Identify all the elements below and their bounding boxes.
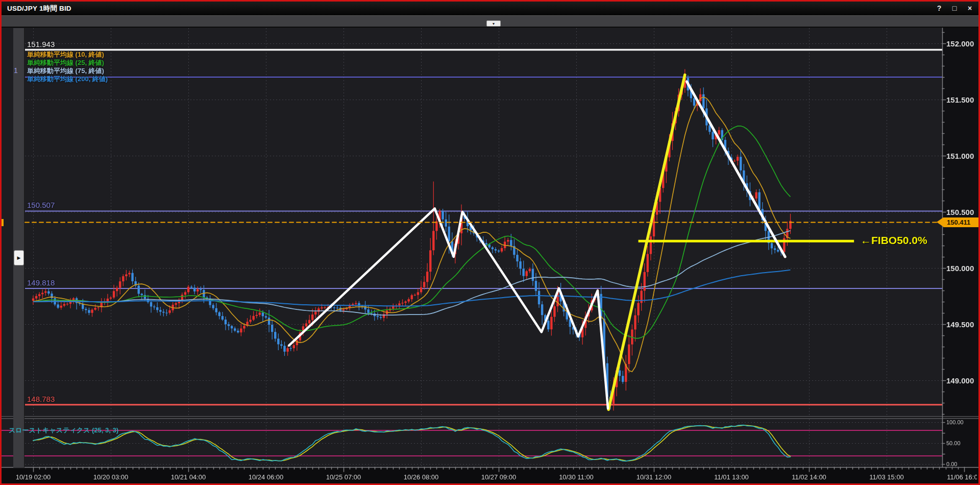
left-panel-strip <box>13 28 24 468</box>
window-title: USD/JPY 1時間 BID <box>7 4 71 13</box>
y-axis-label: 149.500 <box>946 320 974 329</box>
hline-label-150507: 150.507 <box>27 201 55 209</box>
toolbar: ▼ <box>2 15 978 27</box>
y-axis-label: 151.000 <box>946 152 974 160</box>
hline-label-151943: 151.943 <box>27 40 55 48</box>
hline-label-149818: 149.818 <box>27 278 55 287</box>
price-chart-canvas[interactable] <box>2 28 980 485</box>
left-price-marker <box>0 219 4 226</box>
toolbar-collapse-button[interactable]: ▼ <box>486 20 501 27</box>
price-axis[interactable] <box>943 28 980 467</box>
y-axis-label: 151.500 <box>946 95 974 104</box>
stochastic-legend[interactable]: スローストキャスティクス (25, 3, 3) <box>9 426 118 435</box>
maximize-icon[interactable]: □ <box>950 2 959 15</box>
y-axis-label: 152.000 <box>946 39 974 48</box>
stoch-axis-label: 100.00 <box>946 419 964 425</box>
fibo-annotation-text[interactable]: ←FIBO50.0% <box>861 234 927 247</box>
window-controls: ? □ × <box>935 2 974 15</box>
chart-region: ▶ 1 単純移動平均線 (10, 終値) 単純移動平均線 (25, 終値) 単純… <box>2 28 978 483</box>
help-icon[interactable]: ? <box>935 2 944 15</box>
left-panel-expander-button[interactable]: ▶ <box>14 250 24 265</box>
y-axis-label: 149.000 <box>946 376 974 385</box>
close-icon[interactable]: × <box>965 2 974 15</box>
chart-window: USD/JPY 1時間 BID ? □ × ▼ ▶ 1 単純移動平均線 (10,… <box>0 0 980 485</box>
y-axis-label: 150.500 <box>946 208 974 216</box>
y-axis-label: 150.000 <box>946 264 974 273</box>
stoch-axis-label: 50.00 <box>946 440 961 446</box>
clipped-price-label: 1 <box>14 66 18 75</box>
ma-legend-item-200[interactable]: 単純移動平均線 (200, 終値) <box>27 75 108 84</box>
title-bar[interactable]: USD/JPY 1時間 BID ? □ × <box>2 2 978 15</box>
hline-label-148783: 148.783 <box>27 395 55 403</box>
stoch-axis-label: 0.00 <box>946 461 957 467</box>
